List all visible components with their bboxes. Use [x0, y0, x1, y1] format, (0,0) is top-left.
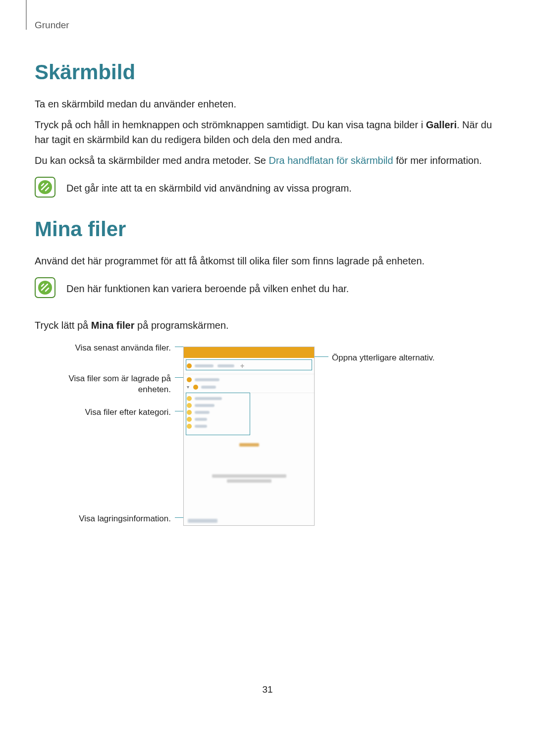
blurred-label: [239, 443, 259, 447]
callout-more-options: Öppna ytterligare alternativ.: [332, 353, 435, 363]
dot-icon: [187, 417, 192, 422]
dot-icon: [187, 377, 192, 382]
page-number: 31: [35, 684, 500, 695]
note-text: Den här funktionen kan variera beroende …: [66, 277, 349, 296]
paragraph: Ta en skärmbild medan du använder enhete…: [35, 97, 500, 111]
blurred-label: [195, 378, 219, 381]
blurred-label: [195, 418, 207, 421]
blurred-label: [201, 386, 216, 389]
note-icon: [35, 177, 55, 198]
paragraph: Du kan också ta skärmbilder med andra me…: [35, 153, 500, 168]
blurred-label: [195, 404, 214, 407]
dot-icon: [187, 410, 192, 415]
text: Tryck på och håll in hemknappen och strö…: [35, 119, 426, 130]
dot-icon: [187, 363, 192, 368]
chevron-down-icon: ▾: [187, 384, 189, 390]
dot-icon: [187, 424, 192, 429]
text: på programskärmen.: [135, 320, 229, 331]
blurred-label: [195, 397, 222, 400]
blurred-label: [195, 425, 207, 428]
text-bold: Galleri: [426, 119, 457, 130]
plus-icon: +: [238, 362, 246, 370]
dot-icon: [187, 396, 192, 401]
paragraph: Tryck lätt på Mina filer på programskärm…: [35, 318, 500, 333]
text: för mer information.: [393, 155, 482, 166]
paragraph: Tryck på och håll in hemknappen och strö…: [35, 117, 500, 147]
section-title-mina-filer: Mina filer: [35, 217, 500, 241]
phone-header: [184, 347, 314, 358]
callout-recent-files: Visa senast använda filer.: [67, 343, 171, 353]
callout-storage-info: Visa lagringsinformation.: [73, 513, 171, 524]
blurred-label: [227, 479, 271, 483]
svg-rect-1: [38, 180, 52, 194]
note-text: Det går inte att ta en skärmbild vid anv…: [66, 177, 352, 196]
note-icon: [35, 277, 55, 298]
note-row: Den här funktionen kan variera beroende …: [35, 277, 500, 298]
blurred-label: [212, 474, 286, 478]
blurred-label: [188, 519, 217, 523]
section-title-skarmbild: Skärmbild: [35, 60, 500, 84]
callout-category: Visa filer efter kategori.: [73, 407, 171, 418]
dot-icon: [193, 385, 198, 390]
link-palm-swipe[interactable]: Dra handflatan för skärmbild: [268, 155, 393, 166]
blurred-label: [195, 364, 214, 367]
connector: [314, 356, 328, 357]
svg-rect-3: [38, 281, 52, 295]
text: Tryck lätt på: [35, 320, 91, 331]
blurred-label: [217, 364, 234, 367]
text-bold: Mina filer: [91, 320, 135, 331]
blurred-label: [195, 411, 210, 414]
paragraph: Använd det här programmet för att få åtk…: [35, 253, 500, 268]
note-row: Det går inte att ta en skärmbild vid anv…: [35, 177, 500, 198]
text: Du kan också ta skärmbilder med andra me…: [35, 155, 268, 166]
side-rule: [26, 0, 27, 30]
diagram-mina-filer: Visa senast använda filer. Visa filer so…: [35, 343, 500, 536]
breadcrumb: Grunder: [35, 20, 500, 31]
dot-icon: [187, 403, 192, 408]
phone-mock: + ▾: [183, 347, 315, 526]
callout-stored-files: Visa filer som är lagrade på enheten.: [54, 373, 171, 395]
